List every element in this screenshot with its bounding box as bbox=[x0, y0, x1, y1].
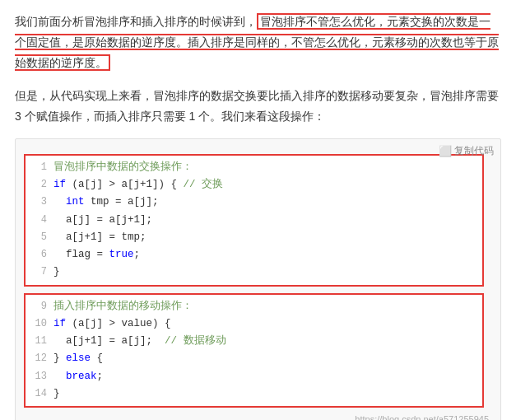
line-num: 5 bbox=[30, 229, 47, 245]
code-line: 11 a[j+1] = a[j]; // 数据移动 bbox=[30, 333, 477, 350]
line-code: 插入排序中数据的移动操作： bbox=[53, 298, 193, 315]
line-num: 2 bbox=[30, 176, 47, 193]
paragraph1-before: 我们前面分析冒泡排序和插入排序的时候讲到， bbox=[15, 15, 257, 28]
code-line: 4 a[j] = a[j+1]; bbox=[30, 212, 477, 229]
code-block2: 9 插入排序中数据的移动操作： 10 if (a[j] > value) { 1… bbox=[24, 293, 484, 408]
copy-button[interactable]: ⬜ 复制代码 bbox=[439, 144, 494, 158]
watermark: https://blog.csdn.net/a571255945 bbox=[16, 414, 492, 420]
code-line: 6 flag = true; bbox=[30, 246, 477, 264]
line-code: flag = true; bbox=[53, 246, 140, 264]
line-code: if (a[j] > a[j+1]) { // 交换 bbox=[53, 176, 223, 194]
line-num: 7 bbox=[30, 264, 47, 280]
line-num: 3 bbox=[30, 194, 47, 210]
line-code: a[j+1] = tmp; bbox=[53, 229, 146, 246]
page-container: 我们前面分析冒泡排序和插入排序的时候讲到，冒泡排序不管怎么优化，元素交换的次数是… bbox=[0, 0, 516, 420]
paragraph1: 我们前面分析冒泡排序和插入排序的时候讲到，冒泡排序不管怎么优化，元素交换的次数是… bbox=[15, 12, 501, 74]
line-code: int tmp = a[j]; bbox=[53, 194, 159, 211]
line-num: 14 bbox=[30, 385, 47, 402]
line-code: a[j] = a[j+1]; bbox=[53, 212, 152, 229]
line-code: } else { bbox=[53, 350, 103, 367]
line-num: 11 bbox=[30, 333, 47, 349]
code-line: 14 } bbox=[30, 385, 477, 403]
line-num: 4 bbox=[30, 212, 47, 228]
line-num: 13 bbox=[30, 368, 47, 385]
code-area: ⬜ 复制代码 1 冒泡排序中数据的交换操作： 2 if (a[j] > a[j+… bbox=[15, 138, 501, 420]
line-code: } bbox=[53, 385, 60, 403]
line-code: 冒泡排序中数据的交换操作： bbox=[53, 159, 193, 176]
line-code: break; bbox=[53, 368, 103, 385]
code-line: 13 break; bbox=[30, 368, 477, 385]
line-code: if (a[j] > value) { bbox=[53, 315, 171, 333]
line-code: } bbox=[53, 264, 60, 281]
code-line: 1 冒泡排序中数据的交换操作： bbox=[30, 159, 477, 176]
line-num: 12 bbox=[30, 350, 47, 366]
code-line: 10 if (a[j] > value) { bbox=[30, 315, 477, 333]
code-line: 5 a[j+1] = tmp; bbox=[30, 229, 477, 246]
line-num: 1 bbox=[30, 159, 47, 175]
paragraph2: 但是，从代码实现上来看，冒泡排序的数据交换要比插入排序的数据移动要复杂，冒泡排序… bbox=[15, 86, 501, 127]
code-line: 12 } else { bbox=[30, 350, 477, 367]
copy-icon: ⬜ bbox=[439, 145, 452, 157]
line-code: a[j+1] = a[j]; // 数据移动 bbox=[53, 333, 226, 350]
line-num: 6 bbox=[30, 246, 47, 263]
code-line: 2 if (a[j] > a[j+1]) { // 交换 bbox=[30, 176, 477, 194]
line-num: 9 bbox=[30, 298, 47, 315]
code-line: 3 int tmp = a[j]; bbox=[30, 194, 477, 211]
code-line: 9 插入排序中数据的移动操作： bbox=[30, 298, 477, 315]
code-line: 7 } bbox=[30, 264, 477, 281]
line-num: 10 bbox=[30, 315, 47, 332]
copy-button-label: 复制代码 bbox=[454, 144, 494, 158]
code-block1: 1 冒泡排序中数据的交换操作： 2 if (a[j] > a[j+1]) { /… bbox=[24, 154, 484, 287]
